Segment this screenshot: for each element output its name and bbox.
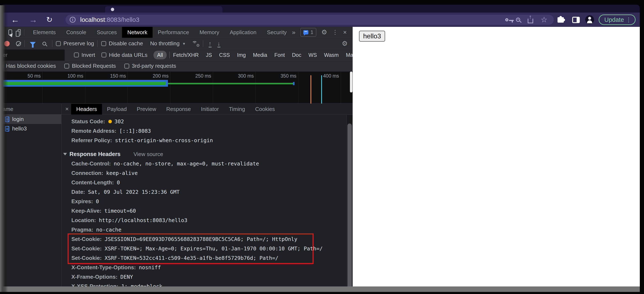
general-row: Status Code: 302 [62,117,353,126]
response-header-row: Keep-Alive: timeout=60 [62,206,353,216]
devtools-tab[interactable]: Security [262,27,292,38]
browser-tab-strip [0,4,640,12]
invert-checkbox[interactable] [74,52,79,57]
response-headers-section-header[interactable]: Response Headers View source [62,149,353,159]
devtools-tab[interactable]: Console [61,27,92,38]
devtools-kebab-icon[interactable] [332,29,338,36]
devtools-tab[interactable]: Memory [194,27,224,38]
blocked-filter[interactable]: Has blocked cookies [0,63,56,69]
forward-icon[interactable] [29,12,37,27]
filter-input[interactable] [0,49,65,61]
bookmark-star-icon[interactable] [541,16,548,23]
key-icon[interactable] [505,18,508,21]
detail-tab-bar: HeadersPayloadPreviewResponseInitiatorTi… [62,104,353,114]
type-chip[interactable]: All [154,51,167,59]
disclosure-triangle-icon[interactable] [63,153,67,155]
reload-icon[interactable] [46,12,52,27]
disable-cache-checkbox[interactable] [101,41,106,46]
detail-scrollbar-thumb[interactable] [348,123,352,287]
type-chip[interactable]: Media [252,51,268,59]
detail-tab[interactable]: Cookies [250,104,280,114]
detail-scrollbar[interactable] [346,115,353,287]
overview-scrollbar-thumb[interactable] [350,71,352,92]
blocked-filter[interactable]: Blocked Requests [64,63,116,69]
network-conditions-icon[interactable] [192,40,200,47]
view-source-link[interactable]: View source [134,151,163,157]
back-icon[interactable] [11,12,19,27]
header-value: nosniff [139,265,161,271]
blocked-filter[interactable]: 3rd-party requests [124,63,176,69]
general-row: Referrer Policy: strict-origin-when-cros… [62,136,353,145]
detail-tab[interactable]: Payload [102,104,132,114]
hide-data-urls-checkbox[interactable] [102,52,106,57]
header-name: X-XSS-Protection: [71,283,118,287]
zoom-icon[interactable] [516,18,520,22]
clear-icon[interactable] [16,41,21,46]
issues-count: 1 [310,29,313,35]
general-row: Remote Address: [::1]:8083 [62,126,353,136]
type-chip[interactable]: CSS [218,51,231,59]
type-chip[interactable]: WS [308,51,318,59]
avatar[interactable] [585,15,594,24]
filter-funnel-icon[interactable] [30,42,36,45]
hello3-button[interactable]: hello3 [359,31,385,42]
type-chip[interactable]: Wasm [323,51,340,59]
network-settings-gear-icon[interactable] [342,40,348,47]
export-har-icon[interactable] [218,41,220,46]
header-value: keep-alive [106,170,138,176]
detail-close-icon[interactable] [65,106,69,112]
blocked-filter-checkbox[interactable] [0,63,3,69]
issues-badge[interactable]: 1 [300,28,316,37]
waterfall-bar-hello3[interactable] [168,83,294,84]
devtools-tab[interactable]: Application [224,27,262,38]
header-name: Set-Cookie: [71,236,102,242]
page-info-icon[interactable] [70,17,76,23]
url-host: localhost [80,16,105,23]
preserve-log-checkbox[interactable] [56,41,61,46]
side-panel-icon[interactable] [572,17,580,23]
devtools-tabs: ElementsConsoleSourcesNetworkPerformance… [28,27,292,38]
devtools-close-icon[interactable] [343,29,347,36]
address-bar[interactable]: localhost :8083/hello3 [66,15,554,25]
more-tabs-icon[interactable] [292,29,296,36]
type-chip[interactable]: Img [236,51,247,59]
extensions-puzzle-icon[interactable] [558,17,564,23]
window-bottom-edge [0,287,640,292]
detail-tab[interactable]: Headers [71,104,102,114]
response-headers-list: Cache-Control: no-cache, no-store, max-a… [62,159,353,287]
settings-gear-icon[interactable] [321,29,327,35]
timeline-tick: 400 ms [298,71,341,103]
devtools-tab[interactable]: Performance [152,27,194,38]
devtools-tab[interactable]: Sources [92,27,122,38]
share-icon[interactable] [528,19,533,23]
devtools-tab[interactable]: Elements [28,27,61,38]
dom-content-loaded-marker [310,75,311,104]
request-list-header[interactable]: Name [0,104,61,114]
detail-tab[interactable]: Preview [132,104,161,114]
chevron-down-icon[interactable] [183,41,185,46]
blocked-filter-checkbox[interactable] [124,63,129,69]
type-chip[interactable]: Fetch/XHR [172,51,200,59]
kebab-menu-icon[interactable] [626,16,632,23]
inspect-element-icon[interactable] [8,29,12,35]
throttling-select[interactable]: No throttling [150,40,180,47]
update-button[interactable]: Update [599,14,636,25]
detail-tab[interactable]: Response [161,104,196,114]
response-header-row: Pragma: no-cache [62,225,353,235]
type-chip[interactable]: JS [205,51,213,59]
blocked-filter-checkbox[interactable] [64,63,69,69]
type-chip[interactable]: Doc [291,51,302,59]
request-row[interactable]: hello3 [0,124,61,133]
devtools-tab[interactable]: Network [122,27,152,38]
browser-tab[interactable] [105,6,222,12]
record-icon[interactable] [4,41,10,46]
response-header-row: X-XSS-Protection: 1; mode=block [62,282,353,287]
detail-tab[interactable]: Initiator [196,104,224,114]
request-row[interactable]: login [0,114,61,124]
import-har-icon[interactable] [209,41,212,46]
type-chip[interactable]: Font [274,51,286,59]
header-name: Referrer Policy: [71,137,112,144]
device-toolbar-icon[interactable] [18,29,21,35]
search-icon[interactable] [42,42,46,45]
detail-tab[interactable]: Timing [224,104,250,114]
